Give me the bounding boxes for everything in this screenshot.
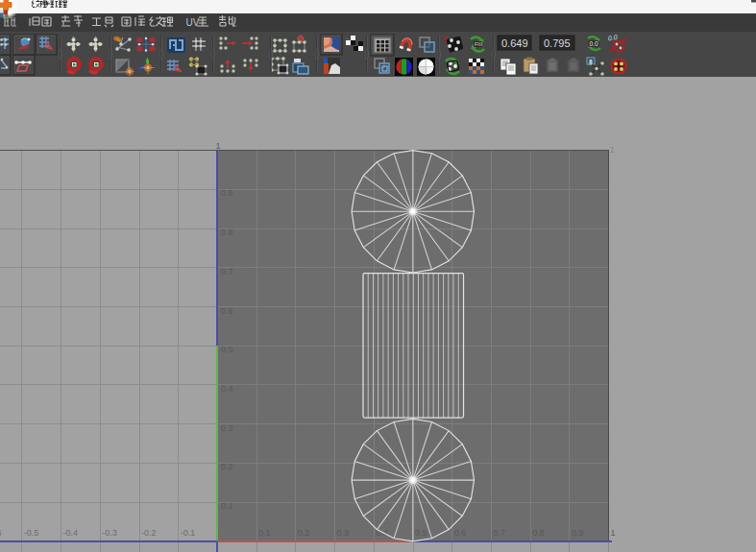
svg-text:0.2: 0.2 [298, 528, 310, 538]
svg-text:-0.3: -0.3 [102, 528, 117, 538]
svg-text:0.9: 0.9 [221, 188, 233, 198]
svg-text:0.8: 0.8 [221, 228, 233, 237]
svg-text:0.649: 0.649 [501, 37, 528, 49]
svg-text:-0.2: -0.2 [141, 528, 157, 538]
svg-text:1: 1 [611, 528, 616, 538]
svg-text:0.4: 0.4 [221, 384, 233, 394]
svg-text:1: 1 [216, 141, 221, 151]
svg-text:0: 0 [221, 528, 226, 537]
svg-text:FIII: FIII [475, 41, 482, 47]
svg-text:0.6: 0.6 [454, 528, 467, 538]
svg-text:0.2: 0.2 [221, 462, 233, 471]
svg-text:0.6: 0.6 [221, 306, 233, 316]
svg-text:0.795: 0.795 [544, 37, 571, 49]
svg-text:0.1: 0.1 [258, 528, 271, 538]
svg-text:0.5: 0.5 [221, 345, 233, 354]
svg-text:0.8: 0.8 [532, 528, 545, 538]
svg-text:1: 1 [610, 145, 615, 155]
svg-text:0.3: 0.3 [221, 423, 233, 433]
svg-text:0.0: 0.0 [590, 40, 598, 47]
svg-text:0.7: 0.7 [493, 528, 505, 538]
svg-text:UV: UV [186, 17, 200, 28]
svg-text:0.9: 0.9 [572, 528, 584, 538]
svg-text:0.3: 0.3 [337, 528, 350, 538]
svg-text:-0.5: -0.5 [24, 528, 39, 538]
svg-text:0.7: 0.7 [221, 267, 233, 276]
svg-text:-0.4: -0.4 [63, 528, 79, 538]
svg-text:0.5: 0.5 [415, 528, 427, 538]
svg-text:0.1: 0.1 [221, 501, 233, 511]
svg-text:-0.6: -0.6 [0, 528, 2, 538]
svg-text:-0.1: -0.1 [181, 528, 196, 538]
